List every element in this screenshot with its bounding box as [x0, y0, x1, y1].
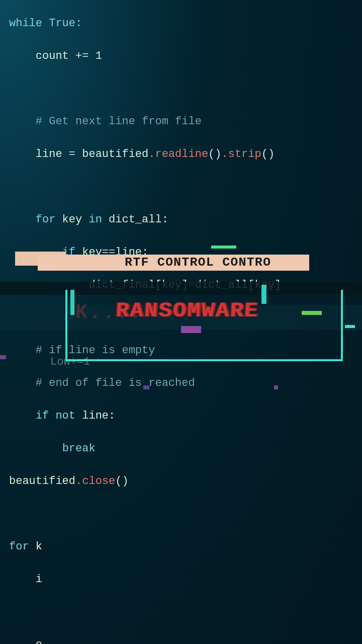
comment: # Get next line from file [9, 115, 202, 128]
glitch-artifact [345, 325, 355, 328]
comment: # if line is empty [9, 344, 155, 357]
code-line: while True: [9, 17, 82, 30]
comment: # end of file is reached [9, 377, 195, 389]
code-block: while True: count += 1 # Get next line f… [9, 0, 328, 644]
glitch-artifact [0, 355, 6, 359]
